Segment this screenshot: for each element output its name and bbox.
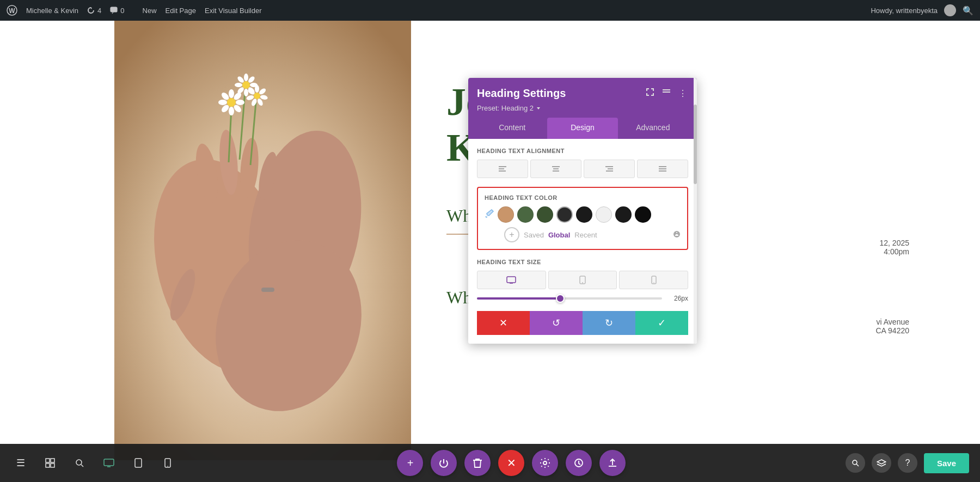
delete-button[interactable] [464,450,491,476]
align-left-btn[interactable] [477,160,528,178]
panel-header-icons: ⋮ [645,87,688,100]
svg-rect-64 [46,463,50,467]
color-swatch-6[interactable] [596,206,612,223]
svg-point-61 [653,282,654,283]
tab-content[interactable]: Content [477,118,547,139]
svg-rect-68 [104,459,114,466]
panel-scrollbar-thumb [694,105,697,184]
panel-header: Heading Settings ⋮ Preset: Heading 2 Con… [468,78,697,139]
fullscreen-icon[interactable] [645,87,656,100]
svg-point-29 [235,83,242,87]
svg-point-23 [244,74,248,81]
svg-point-27 [244,89,248,96]
svg-point-14 [229,89,234,98]
event-date: 12, 2025 4:00pm [880,239,910,256]
add-module-button[interactable]: + [397,450,423,476]
eyedropper-icon[interactable] [485,209,494,221]
save-button[interactable]: Save [924,453,969,473]
color-swatch-1[interactable] [498,206,514,223]
slider-row: 26px [477,295,688,302]
toolbar-menu-icon[interactable]: ☰ [11,453,30,473]
toolbar-center: + ✕ [397,450,626,476]
color-settings-icon[interactable] [673,230,681,240]
color-tab-saved[interactable]: Saved [524,231,544,239]
size-section: Heading Text Size [477,259,688,302]
toolbar-desktop-icon[interactable] [99,453,119,473]
svg-point-72 [167,466,168,467]
search-icon[interactable]: 🔍 [963,5,973,16]
history-button[interactable] [566,450,592,476]
device-desktop-btn[interactable] [477,271,546,289]
panel-scrollbar[interactable] [694,78,697,344]
bottom-toolbar: ☰ + ✕ [0,444,980,482]
color-swatch-2[interactable] [517,206,534,223]
power-button[interactable] [431,450,457,476]
size-slider[interactable] [477,297,662,300]
avatar [944,4,956,16]
color-swatch-3[interactable] [537,206,553,223]
svg-point-59 [582,282,583,283]
action-row: ✕ ↺ ↻ ✓ [477,311,688,335]
redo-button[interactable]: ↻ [583,311,635,335]
revisions-button[interactable]: 4 [87,7,101,15]
photo-column [114,21,411,460]
device-mobile-btn[interactable] [619,271,688,289]
settings-button[interactable] [532,450,558,476]
color-swatch-4[interactable] [556,206,573,223]
toolbar-layers-icon[interactable] [872,453,891,473]
svg-point-13 [227,98,236,107]
toolbar-help-icon[interactable]: ? [898,453,917,473]
settings-panel: Heading Settings ⋮ Preset: Heading 2 Con… [468,78,697,344]
color-swatch-7[interactable] [615,206,632,223]
panel-title: Heading Settings [477,87,566,100]
close-button[interactable]: ✕ [498,450,524,476]
svg-rect-70 [135,459,142,467]
toolbar-search-icon[interactable] [70,453,89,473]
slider-thumb[interactable] [556,294,565,303]
svg-rect-62 [46,459,50,462]
add-color-button[interactable]: + [504,227,519,242]
size-section-label: Heading Text Size [477,259,688,265]
undo-button[interactable]: ↺ [530,311,583,335]
admin-bar-left: W Michelle & Kevin 4 0 New Edit Page Exi… [7,5,862,16]
svg-point-16 [236,100,244,105]
color-tab-global[interactable]: Global [548,231,570,239]
new-button[interactable]: New [133,7,157,15]
alignment-section: Heading Text Alignment [477,148,688,178]
color-saved-row: + Saved Global Recent [485,227,681,242]
wp-logo-button[interactable]: W [7,5,17,16]
align-right-btn[interactable] [584,160,635,178]
toolbar-mobile-icon[interactable] [158,453,177,473]
color-tab-recent[interactable]: Recent [574,231,597,239]
panel-body: Heading Text Alignment [468,139,697,344]
device-row [477,271,688,289]
align-justify-btn[interactable] [637,160,688,178]
slider-fill [477,297,560,300]
collapse-icon[interactable] [661,87,672,100]
comments-button[interactable]: 0 [110,7,124,15]
tab-design[interactable]: Design [547,118,617,139]
device-tablet-btn[interactable] [548,271,617,289]
publish-button[interactable] [599,450,626,476]
event-address: vi Avenue CA 94220 [876,318,910,335]
admin-bar-right: Howdy, writtenbyekta 🔍 [871,4,973,16]
toolbar-search-right-icon[interactable] [846,453,865,473]
align-center-btn[interactable] [530,160,581,178]
edit-page-button[interactable]: Edit Page [166,7,196,15]
color-picker-row [485,206,681,223]
tab-advanced[interactable]: Advanced [618,118,688,139]
toolbar-grid-icon[interactable] [40,453,60,473]
more-icon[interactable]: ⋮ [677,87,688,100]
svg-line-77 [856,464,859,466]
color-swatch-8[interactable] [635,206,651,223]
exit-builder-button[interactable]: Exit Visual Builder [205,7,262,15]
panel-preset[interactable]: Preset: Heading 2 [477,104,688,112]
confirm-button[interactable]: ✓ [635,311,688,335]
site-name[interactable]: Michelle & Kevin [26,7,78,15]
cancel-button[interactable]: ✕ [477,311,530,335]
svg-point-20 [218,100,227,105]
page-content: Jo Kr Wh Wh 12, 2025 4:00pm vi Avenue CA… [0,21,980,482]
alignment-label: Heading Text Alignment [477,148,688,154]
color-swatch-5[interactable] [576,206,592,223]
toolbar-tablet-icon[interactable] [128,453,148,473]
